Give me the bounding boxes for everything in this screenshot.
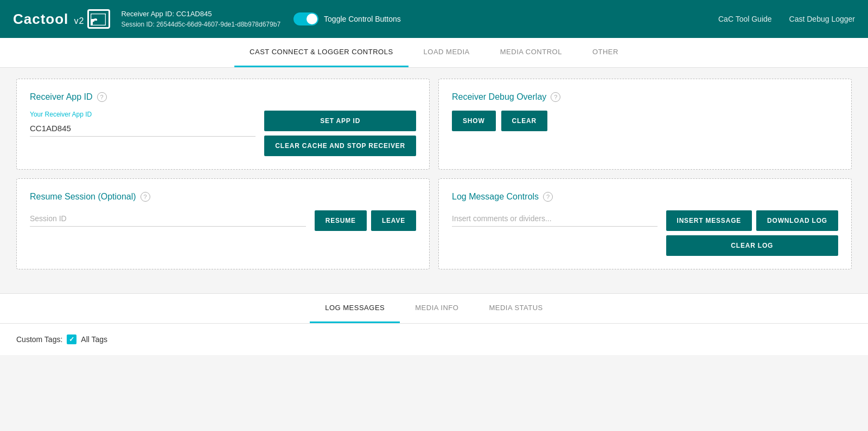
tab-load-media[interactable]: LOAD MEDIA	[409, 38, 485, 67]
receiver-app-id-help-icon[interactable]: ?	[97, 92, 107, 102]
tab-media-status[interactable]: MEDIA STATUS	[474, 294, 558, 323]
brand-version: v2	[74, 16, 85, 25]
receiver-debug-overlay-title: Receiver Debug Overlay ?	[452, 92, 838, 102]
header-session-id: Session ID: 26544d5c-66d9-4607-9de1-d8b9…	[121, 20, 280, 29]
cac-tool-guide-link[interactable]: CaC Tool Guide	[718, 15, 772, 23]
overlay-buttons: SHOW CLEAR	[452, 111, 838, 131]
bottom-tabs: LOG MESSAGES MEDIA INFO MEDIA STATUS	[0, 294, 868, 324]
header-app-id: Receiver App ID: CC1AD845	[121, 9, 280, 20]
brand-logo: Cactool v2	[13, 9, 110, 29]
svg-rect-0	[91, 14, 106, 25]
leave-button[interactable]: LEAVE	[371, 210, 416, 231]
cast-debug-logger-link[interactable]: Cast Debug Logger	[789, 15, 855, 23]
toggle-section: Toggle Control Buttons	[293, 12, 401, 25]
tab-other[interactable]: OTHER	[577, 38, 634, 67]
receiver-app-id-input-label: Your Receiver App ID	[30, 111, 256, 118]
receiver-app-id-input[interactable]	[30, 120, 256, 137]
log-message-controls-help-icon[interactable]: ?	[543, 192, 553, 202]
set-app-id-button[interactable]: SET APP ID	[264, 111, 416, 131]
custom-tags-row: Custom Tags: All Tags	[16, 334, 852, 344]
bottom-section: LOG MESSAGES MEDIA INFO MEDIA STATUS Cus…	[0, 293, 868, 355]
log-buttons: INSERT MESSAGE DOWNLOAD LOG CLEAR LOG	[666, 210, 838, 256]
bottom-content: Custom Tags: All Tags	[0, 324, 868, 355]
receiver-app-id-buttons: SET APP ID CLEAR CACHE AND STOP RECEIVER	[264, 111, 416, 156]
resume-session-buttons: RESUME LEAVE	[315, 210, 416, 231]
log-message-controls-title: Log Message Controls ?	[452, 192, 838, 202]
log-comment-input[interactable]	[452, 210, 658, 227]
resume-session-card: Resume Session (Optional) ? RESUME LEAVE	[16, 178, 430, 269]
receiver-debug-overlay-card: Receiver Debug Overlay ? SHOW CLEAR	[438, 79, 852, 170]
brand-name-bold: Cactool	[13, 11, 68, 27]
resume-session-title: Resume Session (Optional) ?	[30, 192, 416, 202]
session-id-input[interactable]	[30, 210, 306, 227]
tab-media-info[interactable]: MEDIA INFO	[400, 294, 474, 323]
clear-overlay-button[interactable]: CLEAR	[501, 111, 547, 131]
receiver-app-id-card: Receiver App ID ? Your Receiver App ID S…	[16, 79, 430, 170]
all-tags-label: All Tags	[81, 335, 107, 344]
receiver-app-id-title: Receiver App ID ?	[30, 92, 416, 102]
receiver-debug-overlay-help-icon[interactable]: ?	[551, 92, 560, 102]
log-controls-body: INSERT MESSAGE DOWNLOAD LOG CLEAR LOG	[452, 210, 838, 256]
log-input-wrap	[452, 210, 658, 227]
brand-name: Cactool v2	[13, 11, 84, 28]
custom-tags-label: Custom Tags:	[16, 335, 62, 344]
log-message-controls-card: Log Message Controls ? INSERT MESSAGE DO…	[438, 178, 852, 269]
receiver-app-id-body: Your Receiver App ID SET APP ID CLEAR CA…	[30, 111, 416, 156]
cast-icon	[87, 9, 110, 29]
resume-session-help-icon[interactable]: ?	[141, 192, 150, 202]
svg-point-1	[91, 23, 93, 25]
resume-button[interactable]: RESUME	[315, 210, 367, 231]
log-buttons-top: INSERT MESSAGE DOWNLOAD LOG	[666, 210, 838, 231]
tab-log-messages[interactable]: LOG MESSAGES	[310, 294, 400, 323]
main-tabs: CAST CONNECT & LOGGER CONTROLS LOAD MEDI…	[0, 38, 868, 68]
toggle-control-buttons[interactable]	[293, 12, 318, 25]
download-log-button[interactable]: DOWNLOAD LOG	[756, 210, 838, 231]
all-tags-checkbox[interactable]	[67, 334, 76, 344]
clear-cache-button[interactable]: CLEAR CACHE AND STOP RECEIVER	[264, 136, 416, 156]
insert-message-button[interactable]: INSERT MESSAGE	[666, 210, 752, 231]
show-overlay-button[interactable]: SHOW	[452, 111, 496, 131]
resume-session-body: RESUME LEAVE	[30, 210, 416, 231]
cards-grid: Receiver App ID ? Your Receiver App ID S…	[16, 79, 852, 269]
header-nav: CaC Tool Guide Cast Debug Logger	[718, 15, 855, 23]
main-content: Receiver App ID ? Your Receiver App ID S…	[0, 68, 868, 291]
app-header: Cactool v2 Receiver App ID: CC1AD845 Ses…	[0, 0, 868, 38]
receiver-app-id-input-section: Your Receiver App ID	[30, 111, 256, 137]
header-info: Receiver App ID: CC1AD845 Session ID: 26…	[121, 9, 280, 29]
clear-log-button[interactable]: CLEAR LOG	[666, 235, 838, 256]
tab-cast-connect[interactable]: CAST CONNECT & LOGGER CONTROLS	[234, 38, 408, 67]
session-id-input-section	[30, 210, 306, 227]
tab-media-control[interactable]: MEDIA CONTROL	[485, 38, 577, 67]
toggle-label: Toggle Control Buttons	[324, 15, 401, 23]
